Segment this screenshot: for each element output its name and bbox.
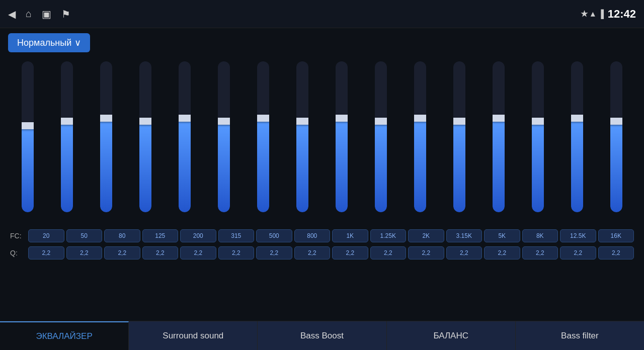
topbar-right: ★ ▴ ▐ 12:42 (581, 8, 636, 21)
clock: 12:42 (608, 8, 636, 21)
slider-fill (100, 122, 112, 212)
q-button[interactable]: 2,2 (370, 246, 407, 259)
fc-button[interactable]: 20 (28, 229, 64, 242)
tab-item-баланс[interactable]: БАЛАНС (387, 321, 516, 350)
slider-thumb[interactable] (139, 118, 151, 125)
slider-fill (375, 125, 387, 212)
fc-button[interactable]: 500 (256, 229, 292, 242)
q-button[interactable]: 2,2 (484, 246, 520, 259)
slider-thumb[interactable] (61, 118, 73, 125)
slider-track[interactable] (61, 61, 73, 212)
slider-track[interactable] (179, 61, 191, 212)
slider-fill (532, 125, 544, 212)
slider-col (440, 56, 479, 227)
fc-label: FC: (10, 232, 26, 240)
fc-button[interactable]: 5K (484, 229, 520, 242)
q-button[interactable]: 2,2 (522, 246, 558, 259)
slider-col (322, 56, 361, 227)
fc-button[interactable]: 8K (522, 229, 558, 242)
slider-thumb[interactable] (414, 115, 426, 122)
square-icon[interactable]: ▣ (42, 8, 51, 20)
flag-icon[interactable]: ⚑ (61, 8, 70, 20)
sliders-row (6, 56, 638, 227)
slider-col (518, 56, 557, 227)
tab-item-bass-filter[interactable]: Bass filter (516, 321, 644, 350)
slider-track[interactable] (336, 61, 348, 212)
status-icons: ★ ▴ ▐ (581, 9, 603, 19)
q-button[interactable]: 2,2 (104, 246, 140, 259)
slider-track[interactable] (22, 61, 34, 212)
fc-button[interactable]: 315 (218, 229, 255, 242)
tab-item-эквалайзер[interactable]: ЭКВАЛАЙЗЕР (0, 321, 129, 350)
fc-button[interactable]: 16K (598, 229, 634, 242)
q-button[interactable]: 2,2 (408, 246, 444, 259)
q-button[interactable]: 2,2 (180, 246, 216, 259)
slider-track[interactable] (414, 61, 426, 212)
q-label: Q: (10, 249, 26, 257)
slider-col (165, 56, 204, 227)
q-button[interactable]: 2,2 (218, 246, 255, 259)
fc-button[interactable]: 1K (332, 229, 368, 242)
fc-button[interactable]: 800 (294, 229, 331, 242)
fc-row: FC: 2050801252003155008001K1.25K2K3.15K5… (6, 227, 638, 244)
slider-fill (493, 122, 505, 212)
q-button[interactable]: 2,2 (446, 246, 482, 259)
q-button[interactable]: 2,2 (66, 246, 103, 259)
slider-track[interactable] (453, 61, 465, 212)
slider-thumb[interactable] (532, 118, 544, 125)
back-icon[interactable]: ◀ (8, 8, 16, 20)
topbar-left: ◀ ⌂ ▣ ⚑ (8, 8, 70, 20)
fc-button[interactable]: 3.15K (446, 229, 482, 242)
fc-button[interactable]: 125 (142, 229, 179, 242)
slider-track[interactable] (610, 61, 622, 212)
tab-item-surround-sound[interactable]: Surround sound (129, 321, 258, 350)
slider-thumb[interactable] (296, 118, 308, 125)
slider-track[interactable] (375, 61, 387, 212)
fc-buttons: 2050801252003155008001K1.25K2K3.15K5K8K1… (28, 229, 634, 242)
slider-fill (296, 125, 308, 212)
q-button[interactable]: 2,2 (256, 246, 292, 259)
slider-fill (257, 122, 269, 212)
slider-thumb[interactable] (218, 118, 230, 125)
home-icon[interactable]: ⌂ (26, 8, 32, 20)
q-button[interactable]: 2,2 (28, 246, 64, 259)
fc-button[interactable]: 1.25K (370, 229, 407, 242)
slider-fill (218, 125, 230, 212)
tab-item-bass-boost[interactable]: Bass Boost (258, 321, 386, 350)
slider-col (479, 56, 518, 227)
slider-track[interactable] (571, 61, 583, 212)
slider-thumb[interactable] (453, 118, 465, 125)
slider-track[interactable] (139, 61, 151, 212)
preset-button[interactable]: Нормальный ∨ (8, 33, 90, 52)
slider-thumb[interactable] (179, 115, 191, 122)
fc-button[interactable]: 2K (408, 229, 444, 242)
slider-thumb[interactable] (610, 118, 622, 125)
slider-col (400, 56, 440, 227)
slider-track[interactable] (100, 61, 112, 212)
slider-thumb[interactable] (571, 115, 583, 122)
slider-thumb[interactable] (336, 115, 348, 122)
q-button[interactable]: 2,2 (560, 246, 596, 259)
fc-button[interactable]: 80 (104, 229, 140, 242)
q-row: Q: 2,22,22,22,22,22,22,22,22,22,22,22,22… (6, 244, 638, 261)
slider-thumb[interactable] (257, 115, 269, 122)
q-button[interactable]: 2,2 (332, 246, 368, 259)
slider-track[interactable] (532, 61, 544, 212)
fc-button[interactable]: 50 (66, 229, 103, 242)
slider-track[interactable] (257, 61, 269, 212)
slider-track[interactable] (218, 61, 230, 212)
slider-col (557, 56, 597, 227)
slider-thumb[interactable] (375, 118, 387, 125)
topbar: ◀ ⌂ ▣ ⚑ ★ ▴ ▐ 12:42 (0, 0, 644, 28)
q-button[interactable]: 2,2 (142, 246, 179, 259)
slider-thumb[interactable] (493, 115, 505, 122)
fc-button[interactable]: 12.5K (560, 229, 596, 242)
fc-button[interactable]: 200 (180, 229, 216, 242)
slider-track[interactable] (296, 61, 308, 212)
q-button[interactable]: 2,2 (294, 246, 331, 259)
slider-thumb[interactable] (100, 115, 112, 122)
slider-fill (414, 122, 426, 212)
q-button[interactable]: 2,2 (598, 246, 634, 259)
slider-thumb[interactable] (22, 122, 34, 129)
slider-track[interactable] (493, 61, 505, 212)
